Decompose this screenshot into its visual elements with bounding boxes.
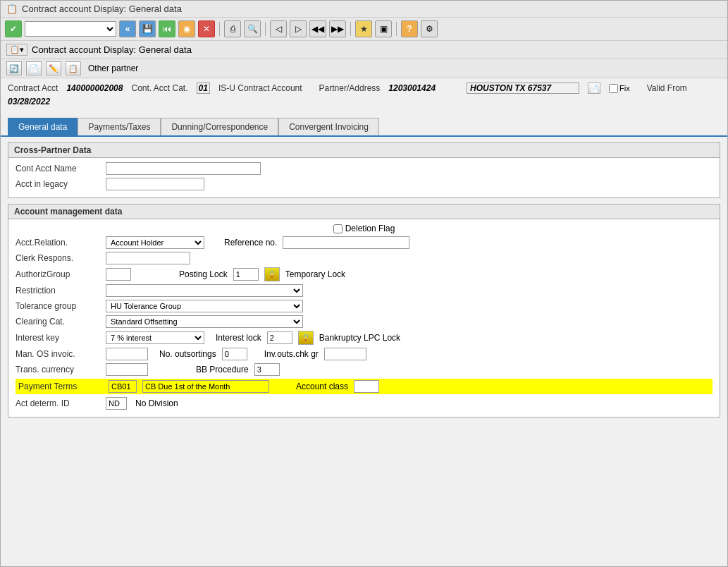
cross-partner-title: Cross-Partner Data xyxy=(8,143,720,158)
save-button[interactable]: 💾 xyxy=(139,20,156,37)
find-button[interactable]: 🔍 xyxy=(244,20,261,37)
interest-lock-icon-btn[interactable]: 🔒 xyxy=(298,331,314,345)
tab-general[interactable]: General data xyxy=(8,118,78,135)
breadcrumb-icon[interactable]: 📋▾ xyxy=(6,44,27,56)
deletion-flag-row: Deletion Flag xyxy=(16,224,712,233)
acct-in-legacy-label: Acct in legacy xyxy=(16,179,100,189)
breadcrumb-text: Contract account Display: General data xyxy=(32,44,192,55)
acct-in-legacy-row: Acct in legacy xyxy=(16,178,712,190)
settings-button[interactable]: ⚙ xyxy=(421,20,438,37)
prev-page-button[interactable]: ◁ xyxy=(270,20,287,37)
restriction-select[interactable] xyxy=(106,284,303,297)
main-window: 📋 Contract account Display: General data… xyxy=(0,0,728,567)
clearing-cat-select[interactable]: Standard Offsetting xyxy=(106,315,303,328)
title-bar: 📋 Contract account Display: General data xyxy=(1,1,727,18)
bb-procedure-input[interactable] xyxy=(254,363,280,376)
breadcrumb-bar: 📋▾ Contract account Display: General dat… xyxy=(1,41,727,59)
tolerance-group-select[interactable]: HU Tolerance Group xyxy=(106,300,303,312)
act-determ-id-desc: No Division xyxy=(135,398,178,408)
cont-acct-cat-label: Cont. Acct Cat. xyxy=(131,83,187,93)
authoriz-posting-row: AuthorizGroup Posting Lock 🔒 Temporary L… xyxy=(16,267,712,281)
partner-value: 1203001424 xyxy=(388,83,436,93)
address-copy-button[interactable]: 📄 xyxy=(588,83,600,94)
payment-terms-row: Payment Terms Account class xyxy=(16,379,712,394)
interest-key-label: Interest key xyxy=(16,333,100,343)
clearing-cat-row: Clearing Cat. Standard Offsetting xyxy=(16,315,712,328)
action-btn-2[interactable]: 📄 xyxy=(26,61,42,75)
reference-no-input[interactable] xyxy=(283,236,409,249)
action-btn-1[interactable]: 🔄 xyxy=(6,61,22,75)
interest-key-select[interactable]: 7 % interest xyxy=(106,331,204,344)
reference-no-label: Reference no. xyxy=(224,238,277,248)
interest-key-row: Interest key 7 % interest Interest lock … xyxy=(16,331,712,345)
layout-button[interactable]: ▣ xyxy=(375,20,392,37)
favorites-button[interactable]: ★ xyxy=(355,20,372,37)
action-btn-4[interactable]: 📋 xyxy=(66,61,81,75)
tab-payments[interactable]: Payments/Taxes xyxy=(78,118,161,135)
address-value: HOUSTON TX 67537 xyxy=(467,83,579,94)
tab-convergent[interactable]: Convergent Invoicing xyxy=(278,118,379,135)
payment-terms-desc-input[interactable] xyxy=(142,380,269,393)
acct-relation-select[interactable]: Account Holder xyxy=(106,236,204,249)
print-button[interactable]: ⎙ xyxy=(224,20,241,37)
acct-in-legacy-input[interactable] xyxy=(106,178,204,190)
cont-acct-name-input[interactable] xyxy=(106,162,261,175)
act-determ-id-label: Act determ. ID xyxy=(16,398,100,408)
action-bar: 🔄 📄 ✏️ 📋 Other partner xyxy=(1,59,727,78)
nav-dropdown[interactable] xyxy=(25,21,116,37)
first-page-button[interactable]: ◀◀ xyxy=(309,20,326,37)
restriction-row: Restriction xyxy=(16,284,712,297)
no-outsortings-input[interactable] xyxy=(222,348,247,360)
inv-outs-chk-gr-label: Inv.outs.chk gr xyxy=(264,349,319,359)
account-mgmt-section: Account management data Deletion Flag Ac… xyxy=(8,204,720,417)
contract-acct-value: 140000002008 xyxy=(66,83,123,93)
toolbar: ✔ « 💾 ⏮ ◉ ✕ ⎙ 🔍 ◁ ▷ ◀◀ ▶▶ ★ ▣ ? ⚙ xyxy=(1,18,727,41)
man-os-invoic-label: Man. OS invoic. xyxy=(16,349,100,359)
interest-lock-input[interactable] xyxy=(267,331,292,344)
act-determ-id-code-input[interactable] xyxy=(106,397,127,410)
check-button[interactable]: ✔ xyxy=(5,20,22,37)
tabs-bar: General data Payments/Taxes Dunning/Corr… xyxy=(1,114,727,137)
man-os-invoic-input[interactable] xyxy=(106,348,148,360)
acct-relation-label: Acct.Relation. xyxy=(16,238,100,248)
last-page-button[interactable]: ▶▶ xyxy=(329,20,346,37)
back-button[interactable]: « xyxy=(119,20,136,37)
posting-lock-input[interactable] xyxy=(233,268,259,281)
acct-relation-row: Acct.Relation. Account Holder Reference … xyxy=(16,236,712,249)
bankruptcy-lpc-label: Bankruptcy LPC Lock xyxy=(319,333,400,343)
cont-acct-name-label: Cont Acct Name xyxy=(16,164,100,173)
restriction-label: Restriction xyxy=(16,286,100,295)
next-page-button[interactable]: ▷ xyxy=(290,20,307,37)
contract-acct-label: Contract Acct xyxy=(8,83,58,93)
cross-partner-section: Cross-Partner Data Cont Acct Name Acct i… xyxy=(8,142,720,198)
authoriz-group-input[interactable] xyxy=(106,268,131,281)
account-class-label: Account class xyxy=(296,382,348,391)
account-mgmt-title: Account management data xyxy=(8,205,720,219)
tab-dunning[interactable]: Dunning/Correspondence xyxy=(161,118,278,135)
payment-terms-code-input[interactable] xyxy=(109,380,137,393)
posting-lock-icon-btn[interactable]: 🔒 xyxy=(264,267,280,281)
cont-acct-cat-value: 01 xyxy=(197,83,210,94)
account-class-input[interactable] xyxy=(354,380,379,393)
inv-outs-chk-gr-input[interactable] xyxy=(324,348,366,360)
fix-checkbox[interactable] xyxy=(609,84,618,93)
account-mgmt-content: Deletion Flag Acct.Relation. Account Hol… xyxy=(8,219,720,417)
window-icon: 📋 xyxy=(6,4,18,14)
action-btn-3[interactable]: ✏️ xyxy=(46,61,61,75)
authoriz-group-label: AuthorizGroup xyxy=(16,269,100,279)
trans-currency-label: Trans. currency xyxy=(16,365,100,374)
deletion-flag-checkbox[interactable] xyxy=(333,224,343,233)
deletion-flag-label: Deletion Flag xyxy=(333,224,395,233)
trans-currency-input[interactable] xyxy=(106,363,148,376)
cancel-button[interactable]: ✕ xyxy=(198,20,215,37)
clerk-respons-input[interactable] xyxy=(106,252,190,264)
first-nav-button[interactable]: ⏮ xyxy=(159,20,175,37)
contract-info-section: Contract Acct 140000002008 Cont. Acct Ca… xyxy=(1,78,727,111)
stop-button[interactable]: ◉ xyxy=(178,20,195,37)
trans-currency-row: Trans. currency BB Procedure xyxy=(16,363,712,376)
valid-from-label: Valid From xyxy=(647,83,687,93)
clerk-respons-label: Clerk Respons. xyxy=(16,253,100,263)
fix-checkbox-label: Fix xyxy=(609,84,630,93)
help-button[interactable]: ? xyxy=(401,20,418,37)
content-area: Cross-Partner Data Cont Acct Name Acct i… xyxy=(1,137,727,429)
